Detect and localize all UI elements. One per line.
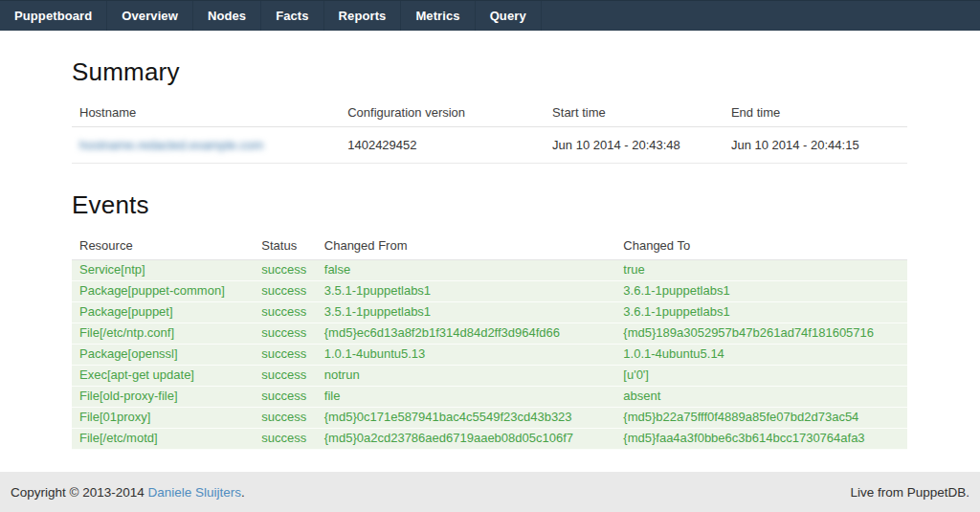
event-changed-to: true: [615, 260, 907, 281]
top-navbar: Puppetboard Overview Nodes Facts Reports…: [0, 0, 980, 31]
event-status: success: [254, 345, 316, 366]
event-row: Service[ntp] success false true: [72, 260, 907, 281]
nav-item-puppetboard[interactable]: Puppetboard: [0, 1, 107, 31]
events-section-title: Events: [72, 190, 907, 220]
summary-row: hostname.redacted.example.com 1402429452…: [72, 127, 907, 164]
event-changed-from: 3.5.1-1puppetlabs1: [317, 281, 616, 302]
summary-config-version-value: 1402429452: [340, 127, 545, 164]
event-status: success: [254, 260, 316, 281]
event-changed-from: {md5}0a2cd23786aed6719aaeb08d05c106f7: [317, 429, 616, 450]
events-table: Resource Status Changed From Changed To …: [72, 234, 907, 450]
event-resource: Package[openssl]: [72, 345, 254, 366]
event-status: success: [254, 366, 316, 387]
hostname-link-redacted[interactable]: hostname.redacted.example.com: [79, 138, 263, 152]
event-resource: File[old-proxy-file]: [72, 387, 254, 408]
summary-header-row: Hostname Configuration version Start tim…: [72, 100, 907, 127]
event-row: File[01proxy] success {md5}0c171e587941b…: [72, 408, 907, 429]
summary-col-end-time: End time: [724, 100, 907, 127]
events-col-changed-from: Changed From: [317, 234, 616, 260]
footer: Copyright © 2013-2014 Daniele Sluijters.…: [0, 472, 980, 512]
event-changed-to: 3.6.1-1puppetlabs1: [615, 302, 907, 323]
summary-table: Hostname Configuration version Start tim…: [72, 100, 907, 164]
event-resource: File[/etc/motd]: [72, 429, 254, 450]
event-changed-to: absent: [615, 387, 907, 408]
summary-end-time-value: Jun 10 2014 - 20:44:15: [724, 127, 907, 164]
nav-item-nodes[interactable]: Nodes: [193, 1, 261, 31]
event-changed-from: {md5}0c171e587941bac4c5549f23cd43b323: [317, 408, 616, 429]
event-resource: Package[puppet]: [72, 302, 254, 323]
event-status: success: [254, 323, 316, 345]
nav-item-metrics[interactable]: Metrics: [401, 1, 475, 31]
copyright-text: Copyright © 2013-2014: [11, 485, 148, 500]
event-changed-from: notrun: [317, 366, 616, 387]
event-row: Package[puppet-common] success 3.5.1-1pu…: [72, 281, 907, 302]
event-resource: File[01proxy]: [72, 408, 254, 429]
event-changed-to: {md5}b22a75fff0f4889a85fe07bd2d73ac54: [615, 408, 907, 429]
summary-hostname-cell: hostname.redacted.example.com: [72, 127, 340, 164]
event-changed-from: file: [317, 387, 616, 408]
summary-col-start-time: Start time: [545, 100, 724, 127]
events-col-resource: Resource: [72, 234, 254, 260]
event-resource: File[/etc/ntp.conf]: [72, 323, 254, 345]
events-col-status: Status: [254, 234, 316, 260]
summary-col-config-version: Configuration version: [340, 100, 545, 127]
event-changed-from: 1.0.1-4ubuntu5.13: [317, 345, 616, 366]
main-content: Summary Hostname Configuration version S…: [0, 57, 980, 450]
event-row: Package[openssl] success 1.0.1-4ubuntu5.…: [72, 345, 907, 366]
events-header-row: Resource Status Changed From Changed To: [72, 234, 907, 260]
event-changed-to: 1.0.1-4ubuntu5.14: [615, 345, 907, 366]
event-changed-from: {md5}ec6d13a8f2b1f314d84d2ff3d964fd66: [317, 323, 616, 345]
event-resource: Package[puppet-common]: [72, 281, 254, 302]
event-changed-to: {md5}faa4a3f0bbe6c3b614bcc1730764afa3: [615, 429, 907, 450]
event-changed-to: {md5}189a3052957b47b261ad74f181605716: [615, 323, 907, 345]
event-status: success: [254, 408, 316, 429]
footer-copyright: Copyright © 2013-2014 Daniele Sluijters.: [11, 485, 245, 500]
nav-item-query[interactable]: Query: [476, 1, 542, 31]
puppetboard-report-page: Puppetboard Overview Nodes Facts Reports…: [0, 0, 980, 512]
author-link[interactable]: Daniele Sluijters: [148, 485, 242, 500]
event-status: success: [254, 302, 316, 323]
summary-start-time-value: Jun 10 2014 - 20:43:48: [545, 127, 724, 164]
event-changed-to: [u'0']: [615, 366, 907, 387]
event-status: success: [254, 281, 316, 302]
event-row: File[old-proxy-file] success file absent: [72, 387, 907, 408]
summary-col-hostname: Hostname: [72, 100, 340, 127]
event-status: success: [254, 387, 316, 408]
copyright-period: .: [241, 485, 245, 500]
footer-status: Live from PuppetDB.: [850, 485, 969, 500]
event-row: Exec[apt-get update] success notrun [u'0…: [72, 366, 907, 387]
event-status: success: [254, 429, 316, 450]
event-resource: Service[ntp]: [72, 260, 254, 281]
event-resource: Exec[apt-get update]: [72, 366, 254, 387]
nav-item-reports[interactable]: Reports: [324, 1, 402, 31]
event-row: File[/etc/motd] success {md5}0a2cd23786a…: [72, 429, 907, 450]
event-row: Package[puppet] success 3.5.1-1puppetlab…: [72, 302, 907, 323]
nav-item-facts[interactable]: Facts: [261, 1, 323, 31]
nav-item-overview[interactable]: Overview: [107, 1, 193, 31]
event-changed-from: 3.5.1-1puppetlabs1: [317, 302, 616, 323]
event-changed-to: 3.6.1-1puppetlabs1: [615, 281, 907, 302]
summary-section-title: Summary: [72, 57, 907, 87]
events-col-changed-to: Changed To: [615, 234, 907, 260]
event-row: File[/etc/ntp.conf] success {md5}ec6d13a…: [72, 323, 907, 345]
event-changed-from: false: [317, 260, 616, 281]
